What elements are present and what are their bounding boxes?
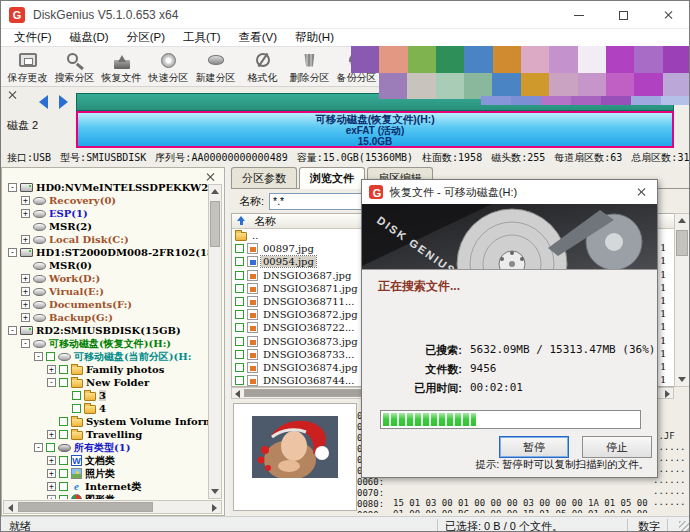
- tree-item[interactable]: MSR(0): [4, 259, 208, 272]
- resize-grip[interactable]: [679, 521, 689, 531]
- tree-item[interactable]: + Virual(E:): [4, 285, 208, 298]
- list-vertical-scrollbar[interactable]: [674, 213, 690, 387]
- tree-item[interactable]: MSR(2): [4, 220, 208, 233]
- expander-icon[interactable]: +: [21, 274, 30, 283]
- checkbox[interactable]: [46, 443, 55, 452]
- tree-horizontal-scrollbar[interactable]: [3, 500, 222, 514]
- menu-item[interactable]: 文件(F): [5, 30, 61, 45]
- expander-icon[interactable]: -: [8, 183, 17, 192]
- checkbox[interactable]: [72, 391, 81, 400]
- scroll-down-icon[interactable]: [211, 489, 219, 494]
- tree-item[interactable]: + ESP(1): [4, 207, 208, 220]
- tree-item[interactable]: - RD2:SMIUSBDISK(15GB): [4, 324, 208, 337]
- maximize-button[interactable]: [601, 1, 646, 29]
- checkbox[interactable]: [235, 297, 244, 306]
- toolbar-button[interactable]: 快速分区: [145, 47, 192, 87]
- tree-item[interactable]: + Family photos: [4, 363, 208, 376]
- scroll-right-icon[interactable]: [212, 504, 217, 512]
- stop-button[interactable]: 停止: [582, 436, 652, 458]
- tab[interactable]: 浏览文件: [299, 167, 365, 189]
- expander-icon[interactable]: +: [47, 495, 56, 499]
- checkbox[interactable]: [235, 337, 244, 346]
- checkbox[interactable]: [46, 352, 55, 361]
- tree-item[interactable]: + Local Disk(C:): [4, 233, 208, 246]
- menu-item[interactable]: 分区(P): [118, 30, 174, 45]
- expander-icon[interactable]: -: [21, 339, 30, 348]
- expander-icon[interactable]: +: [21, 287, 30, 296]
- tree-item[interactable]: - HD1:ST2000DM008-2FR102(1863GB): [4, 246, 208, 259]
- expander-icon[interactable]: -: [8, 248, 17, 257]
- next-disk-arrow-icon[interactable]: [59, 95, 68, 109]
- minimize-button[interactable]: [556, 1, 601, 29]
- checkbox[interactable]: [59, 430, 68, 439]
- scroll-up-icon[interactable]: [678, 218, 686, 223]
- tree-item[interactable]: - 所有类型(1): [4, 441, 208, 454]
- toolbar-button[interactable]: 搜索分区: [51, 47, 98, 87]
- expander-icon[interactable]: +: [21, 300, 30, 309]
- tree-item[interactable]: - 可移动磁盘(当前分区)(H:: [4, 350, 208, 363]
- checkbox[interactable]: [235, 310, 244, 319]
- scroll-right-icon[interactable]: [665, 390, 670, 398]
- tree-item[interactable]: + Documents(F:): [4, 298, 208, 311]
- checkbox[interactable]: [235, 284, 244, 293]
- checkbox[interactable]: [235, 376, 244, 385]
- tree-item[interactable]: + Internet类: [4, 480, 208, 493]
- tree-item[interactable]: 3: [4, 389, 208, 402]
- tree-item[interactable]: - 可移动磁盘(恢复文件)(H:): [4, 337, 208, 350]
- column-header-name[interactable]: 名称: [254, 214, 276, 229]
- toolbar-button[interactable]: 删除分区: [286, 47, 333, 87]
- expander-icon[interactable]: +: [21, 235, 30, 244]
- expander-icon[interactable]: +: [47, 456, 56, 465]
- checkbox[interactable]: [235, 323, 244, 332]
- expander-icon[interactable]: -: [34, 443, 43, 452]
- expander-icon[interactable]: +: [21, 209, 30, 218]
- scroll-left-icon[interactable]: [235, 390, 240, 398]
- toolbar-button[interactable]: 恢复文件: [98, 47, 145, 87]
- menu-item[interactable]: 查看(V): [230, 30, 286, 45]
- expander-icon[interactable]: +: [21, 196, 30, 205]
- close-button[interactable]: [646, 1, 690, 29]
- expander-icon[interactable]: -: [34, 352, 43, 361]
- expander-icon[interactable]: -: [47, 378, 56, 387]
- checkbox[interactable]: [59, 469, 68, 478]
- checkbox[interactable]: [235, 363, 244, 372]
- pause-button[interactable]: 暂停: [499, 436, 569, 458]
- menu-item[interactable]: 帮助(H): [286, 30, 343, 45]
- tree-item[interactable]: + 照片类: [4, 467, 208, 480]
- partition-box[interactable]: 可移动磁盘(恢复文件)(H:) exFAT (活动) 15.0GB: [76, 111, 674, 148]
- tree-item[interactable]: + 文档类: [4, 454, 208, 467]
- expander-icon[interactable]: +: [47, 430, 56, 439]
- tree-item[interactable]: + Recovery(0): [4, 194, 208, 207]
- tree-item[interactable]: System Volume Informat: [4, 415, 208, 428]
- tree-item[interactable]: - New Folder: [4, 376, 208, 389]
- scrollbar-thumb[interactable]: [210, 201, 220, 247]
- tree-vertical-scrollbar[interactable]: [208, 184, 222, 499]
- checkbox[interactable]: [59, 378, 68, 387]
- menu-item[interactable]: 工具(T): [174, 30, 230, 45]
- dialog-close-button[interactable]: [625, 180, 657, 204]
- tree-item[interactable]: 4: [4, 402, 208, 415]
- checkbox[interactable]: [59, 365, 68, 374]
- tree-item[interactable]: + 图形类: [4, 493, 208, 499]
- expander-icon[interactable]: +: [47, 365, 56, 374]
- expander-icon[interactable]: -: [8, 326, 17, 335]
- expander-icon[interactable]: +: [47, 482, 56, 491]
- tree-item[interactable]: - HD0:NVMeINTELSSDPEKKW25(238GB): [4, 181, 208, 194]
- checkbox[interactable]: [235, 350, 244, 359]
- checkbox[interactable]: [72, 404, 81, 413]
- toolbar-button[interactable]: 新建分区: [192, 47, 239, 87]
- tree-item[interactable]: + Travelling: [4, 428, 208, 441]
- dialog-title-bar[interactable]: 恢复文件 - 可移动磁盘(H:): [362, 180, 657, 204]
- checkbox[interactable]: [59, 456, 68, 465]
- scrollbar-thumb[interactable]: [676, 230, 688, 256]
- checkbox[interactable]: [59, 417, 68, 426]
- toolbar-button[interactable]: 保存更改: [4, 47, 51, 87]
- checkbox[interactable]: [235, 244, 244, 253]
- expander-icon[interactable]: +: [47, 469, 56, 478]
- checkbox[interactable]: [235, 271, 244, 280]
- up-directory-icon[interactable]: [236, 216, 246, 226]
- prev-disk-arrow-icon[interactable]: [39, 95, 48, 109]
- checkbox[interactable]: [59, 482, 68, 491]
- scroll-left-icon[interactable]: [8, 504, 13, 512]
- checkbox[interactable]: [235, 257, 244, 266]
